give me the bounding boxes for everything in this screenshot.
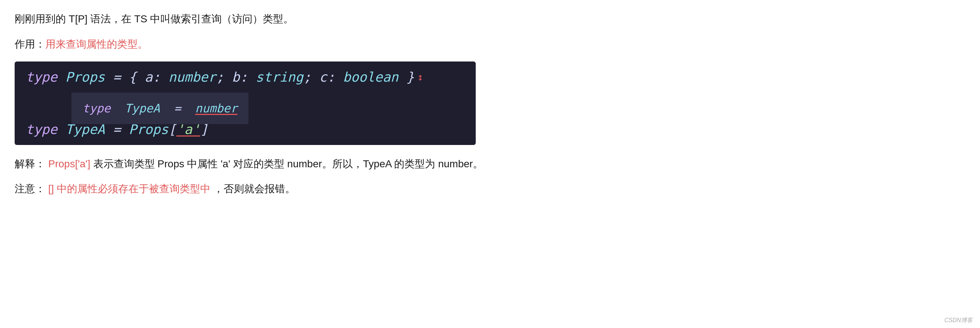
code-keyword-type: type — [25, 70, 65, 84]
note-red: [] 中的属性必须存在于被查询类型中 — [48, 183, 210, 194]
note-prefix: 注意： — [14, 183, 45, 194]
explanation-line: 解释： Props['a'] 表示查询类型 Props 中属性 'a' 对应的类… — [14, 156, 966, 172]
tooltip-type-name: TypeA — [125, 101, 160, 115]
explanation-red: Props['a'] — [48, 158, 91, 169]
tooltip-box: type TypeA = number — [72, 92, 248, 124]
intro-label: 作用： — [14, 38, 45, 50]
intro-line2: 作用：用来查询属性的类型。 — [14, 36, 966, 53]
code-prop-a: a: — [145, 70, 168, 84]
tooltip-eq: = — [167, 101, 188, 115]
note-text: ，否则就会报错。 — [213, 183, 295, 194]
code-props-name: Props — [65, 70, 105, 84]
explanation-prefix: 解释： — [14, 158, 45, 169]
intro-purpose: 用来查询属性的类型。 — [45, 38, 148, 50]
code-type-string: string — [256, 70, 303, 84]
tooltip-keyword: type — [82, 101, 118, 115]
code-prop-b: b: — [232, 70, 256, 84]
code-area: type Props = { a: number ; b: string ; c… — [14, 62, 966, 145]
note-line: 注意： [] 中的属性必须存在于被查询类型中 ，否则就会报错。 — [14, 181, 966, 197]
code-type-number: number — [168, 70, 216, 84]
cursor-indicator: ↕ — [417, 71, 423, 83]
watermark: CSDN博客 — [945, 317, 973, 324]
code-semi1: ; — [216, 70, 232, 84]
code-second-area: type TypeA = number type TypeA = Props [… — [14, 92, 966, 145]
code-eq1: = — [105, 70, 129, 84]
code-keyword-type2: type — [25, 122, 65, 137]
intro-text-1: 刚刚用到的 T[P] 语法，在 TS 中叫做索引查询（访问）类型。 — [14, 13, 293, 24]
code-prop-c: c: — [319, 70, 343, 84]
code-open-brace: { — [129, 70, 145, 84]
tooltip-line: type TypeA = number — [82, 99, 237, 118]
tooltip-type-val: number — [195, 101, 237, 115]
code-main-line: type Props = { a: number ; b: string ; c… — [14, 62, 476, 92]
code-close-brace: } — [399, 70, 414, 84]
intro-line1: 刚刚用到的 T[P] 语法，在 TS 中叫做索引查询（访问）类型。 — [14, 11, 966, 27]
explanation-text: 表示查询类型 Props 中属性 'a' 对应的类型 number。所以，Typ… — [93, 158, 484, 169]
code-type-boolean: boolean — [343, 70, 399, 84]
code-semi2: ; — [303, 70, 319, 84]
